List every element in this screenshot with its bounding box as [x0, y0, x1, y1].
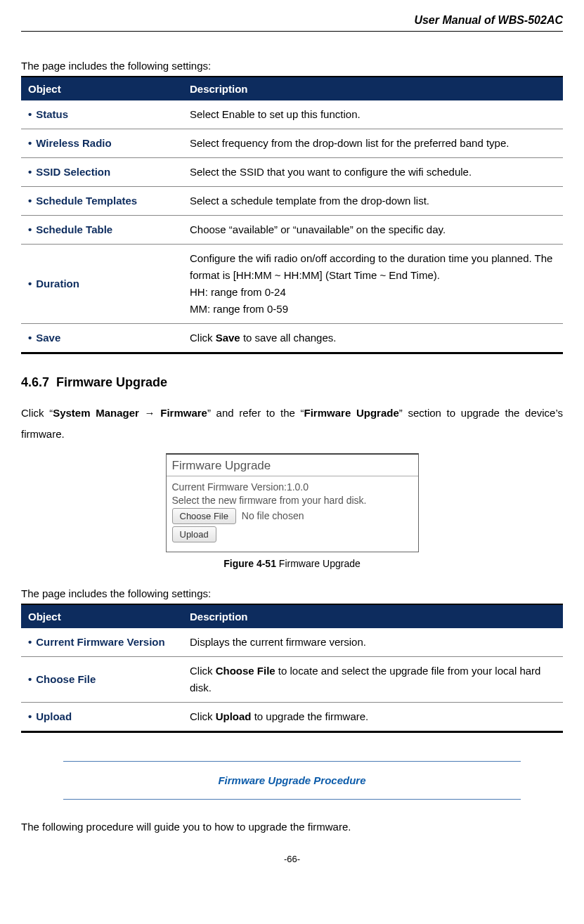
settings-table-2: Object Description •Current Firmware Ver… — [21, 604, 563, 733]
page-number: -66- — [21, 854, 563, 864]
bullet-icon: • — [28, 223, 32, 235]
caption-bold: Figure 4-51 — [223, 558, 276, 569]
bullet-icon: • — [28, 166, 32, 178]
bullet-icon: • — [28, 673, 32, 685]
object-label: Current Firmware Version — [36, 636, 164, 648]
table1-head-description: Description — [183, 77, 563, 100]
bullet-icon: • — [28, 195, 32, 207]
description-cell: Choose “available” or “unavailable” on t… — [183, 216, 563, 245]
bullet-icon: • — [28, 137, 32, 149]
section-title: Firmware Upgrade — [56, 375, 167, 389]
table-row: •Save Click Save to save all changes. — [21, 324, 563, 353]
table2-head-object: Object — [21, 604, 183, 628]
desc-suffix: to save all changes. — [240, 332, 337, 344]
intro-text-1: The page includes the following settings… — [21, 60, 563, 72]
para-text: ” and refer to the “ — [207, 407, 304, 419]
desc-prefix: Click — [190, 710, 216, 722]
procedure-heading-block: Firmware Upgrade Procedure — [63, 761, 521, 800]
object-label: Upload — [36, 710, 72, 722]
object-label: Wireless Radio — [36, 137, 111, 149]
object-label: Schedule Templates — [36, 195, 137, 207]
section-paragraph: Click “System Manager → Firmware” and re… — [21, 403, 563, 445]
object-label: SSID Selection — [36, 166, 110, 178]
para-text: Click “ — [21, 407, 53, 419]
intro-text-2: The page includes the following settings… — [21, 587, 563, 599]
figure-caption: Figure 4-51 Firmware Upgrade — [21, 558, 563, 569]
section-number: 4.6.7 — [21, 375, 49, 389]
firmware-select-line: Select the new firmware from your hard d… — [172, 495, 413, 506]
table-row: •Status Select Enable to set up this fun… — [21, 100, 563, 129]
divider-line — [63, 761, 521, 762]
bullet-icon: • — [28, 636, 32, 648]
desc-prefix: Click — [190, 665, 216, 677]
description-cell: Click Upload to upgrade the firmware. — [183, 703, 563, 732]
page-header-title: User Manual of WBS-502AC — [21, 14, 563, 32]
description-cell: Select Enable to set up this function. — [183, 100, 563, 129]
bullet-icon: • — [28, 108, 32, 120]
table2-head-description: Description — [183, 604, 563, 628]
description-cell: Displays the current firmware version. — [183, 628, 563, 657]
choose-file-button[interactable]: Choose File — [172, 508, 236, 524]
caption-rest: Firmware Upgrade — [276, 558, 361, 569]
no-file-chosen-text: No file chosen — [242, 510, 304, 521]
table-row: •Schedule Table Choose “available” or “u… — [21, 216, 563, 245]
table-row: •Upload Click Upload to upgrade the firm… — [21, 703, 563, 732]
table-row: •Current Firmware Version Displays the c… — [21, 628, 563, 657]
description-cell: Configure the wifi radio on/off accordin… — [183, 245, 563, 324]
closing-text: The following procedure will guide you t… — [21, 821, 563, 833]
desc-prefix: Click — [190, 332, 216, 344]
desc-bold: Save — [216, 332, 240, 344]
bullet-icon: • — [28, 710, 32, 722]
bullet-icon: • — [28, 278, 32, 289]
desc-suffix: to upgrade the firmware. — [252, 710, 369, 722]
section-heading: 4.6.7 Firmware Upgrade — [21, 375, 563, 390]
object-label: Choose File — [36, 673, 96, 685]
table1-head-object: Object — [21, 77, 183, 100]
table-row: •SSID Selection Select the SSID that you… — [21, 158, 563, 187]
firmware-upgrade-panel: Firmware Upgrade Current Firmware Versio… — [166, 453, 419, 552]
desc-bold: Choose File — [216, 665, 275, 677]
object-label: Save — [36, 332, 60, 344]
divider-line — [63, 799, 521, 800]
object-label: Schedule Table — [36, 223, 112, 235]
upload-button[interactable]: Upload — [172, 526, 216, 542]
object-label: Duration — [36, 278, 79, 289]
table-row: •Schedule Templates Select a schedule te… — [21, 187, 563, 216]
description-cell: Select a schedule template from the drop… — [183, 187, 563, 216]
settings-table-1: Object Description •Status Select Enable… — [21, 76, 563, 354]
para-bold: Firmware Upgrade — [304, 407, 399, 419]
description-cell: Select frequency from the drop-down list… — [183, 129, 563, 158]
table-row: •Duration Configure the wifi radio on/of… — [21, 245, 563, 324]
description-cell: Select the SSID that you want to configu… — [183, 158, 563, 187]
table-row: •Wireless Radio Select frequency from th… — [21, 129, 563, 158]
bullet-icon: • — [28, 332, 32, 344]
procedure-title: Firmware Upgrade Procedure — [63, 774, 521, 786]
desc-bold: Upload — [216, 710, 252, 722]
description-cell: Click Save to save all changes. — [183, 324, 563, 353]
object-label: Status — [36, 108, 68, 120]
firmware-version-line: Current Firmware Version:1.0.0 — [172, 481, 413, 493]
para-bold: System Manager → Firmware — [53, 407, 207, 419]
panel-title: Firmware Upgrade — [167, 455, 418, 476]
table-row: •Choose File Click Choose File to locate… — [21, 657, 563, 703]
description-cell: Click Choose File to locate and select t… — [183, 657, 563, 703]
